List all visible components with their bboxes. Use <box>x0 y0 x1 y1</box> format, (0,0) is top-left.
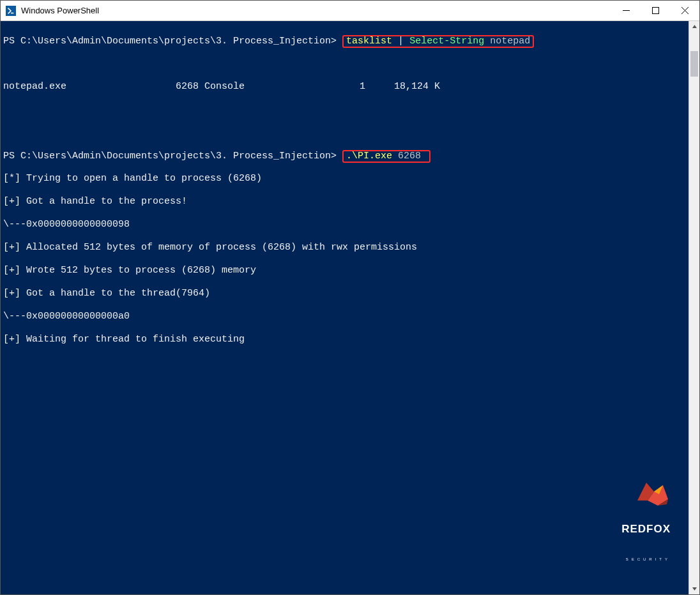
powershell-window: Windows PowerShell PS C:\Users\Admin\Doc… <box>0 0 700 595</box>
output-line: [*] Trying to open a handle to process (… <box>3 173 689 185</box>
command-token: notepad <box>484 36 530 47</box>
output-line: [+] Waiting for thread to finish executi… <box>3 334 689 345</box>
output-line <box>3 127 689 139</box>
output-line <box>3 104 689 116</box>
window-title: Windows PowerShell <box>21 6 99 15</box>
chevron-down-icon <box>692 586 697 592</box>
terminal[interactable]: PS C:\Users\Admin\Documents\projects\3. … <box>1 21 689 594</box>
output-line: [+] Got a handle to the thread(7964) <box>3 288 689 299</box>
output-line: [+] Got a handle to the process! <box>3 196 689 207</box>
titlebar[interactable]: Windows PowerShell <box>1 1 699 21</box>
scrollbar[interactable] <box>689 21 699 594</box>
command-token: .\PI.exe <box>346 151 392 162</box>
prompt: PS C:\Users\Admin\Documents\projects\3. … <box>3 151 342 162</box>
command-token: tasklist <box>346 36 392 47</box>
output-line: notepad.exe 6268 Console 1 18,124 K <box>3 81 689 93</box>
svg-rect-2 <box>652 8 658 14</box>
close-button[interactable] <box>670 1 699 20</box>
scroll-down-button[interactable] <box>689 584 699 594</box>
maximize-button[interactable] <box>641 1 670 20</box>
fox-icon <box>635 481 671 507</box>
output-line <box>3 58 689 70</box>
output-line: \---0x00000000000000a0 <box>3 311 689 322</box>
chevron-up-icon <box>692 24 697 29</box>
svg-marker-10 <box>692 587 697 591</box>
command-token: Select-String <box>409 36 484 47</box>
output-line: [+] Allocated 512 bytes of memory of pro… <box>3 242 689 253</box>
watermark: REDFOX SECURITY <box>589 470 671 585</box>
output-line: \---0x0000000000000098 <box>3 219 689 230</box>
highlight-box: tasklist | Select-String notepad <box>342 35 534 48</box>
output-line: [+] Wrote 512 bytes to process (6268) me… <box>3 265 689 276</box>
watermark-sub: SECURITY <box>589 557 671 562</box>
terminal-wrap: PS C:\Users\Admin\Documents\projects\3. … <box>1 21 699 594</box>
prompt: PS C:\Users\Admin\Documents\projects\3. … <box>3 36 342 47</box>
powershell-icon <box>6 6 16 16</box>
minimize-button[interactable] <box>611 1 641 20</box>
scrollbar-track[interactable] <box>689 32 699 584</box>
command-token: | <box>392 36 409 47</box>
command-token: 6268 <box>392 151 427 162</box>
highlight-box: .\PI.exe 6268 <box>342 150 430 163</box>
svg-marker-9 <box>692 25 697 28</box>
scrollbar-thumb[interactable] <box>690 51 698 77</box>
watermark-brand: REDFOX <box>589 523 671 534</box>
scroll-up-button[interactable] <box>689 21 699 32</box>
window-controls <box>611 1 699 20</box>
